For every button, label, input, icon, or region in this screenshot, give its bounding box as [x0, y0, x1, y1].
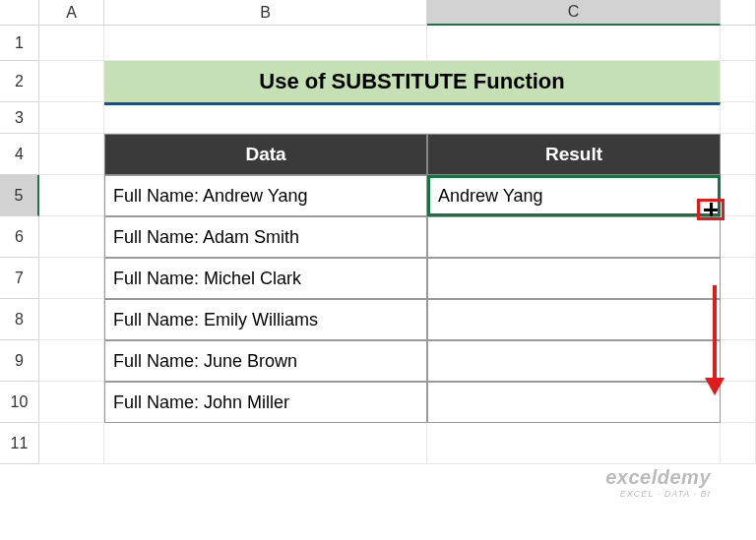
result-row-6[interactable] [427, 382, 721, 423]
cell-ext-8[interactable] [721, 299, 756, 340]
cell-ext-6[interactable] [721, 216, 756, 258]
title-underline [104, 102, 721, 134]
cell-a7[interactable] [39, 258, 104, 299]
row-header-9[interactable]: 9 [0, 340, 39, 382]
cell-ext-4[interactable] [721, 134, 756, 175]
cell-a4[interactable] [39, 134, 104, 175]
table-header-result[interactable]: Result [427, 134, 721, 175]
row-header-3[interactable]: 3 [0, 102, 39, 134]
cell-ext-11[interactable] [721, 423, 756, 464]
row-header-5[interactable]: 5 [0, 175, 39, 216]
row-header-2[interactable]: 2 [0, 61, 39, 102]
cell-c11[interactable] [427, 423, 721, 464]
cell-b1[interactable] [104, 26, 427, 61]
title-cell[interactable]: Use of SUBSTITUTE Function [104, 61, 721, 102]
result-row-2[interactable] [427, 216, 721, 258]
result-row-4[interactable] [427, 299, 721, 340]
data-row-1[interactable]: Full Name: Andrew Yang [104, 175, 427, 216]
cell-ext-9[interactable] [721, 340, 756, 382]
cell-a10[interactable] [39, 382, 104, 423]
cell-a1[interactable] [39, 26, 104, 61]
cell-ext-5[interactable] [721, 175, 756, 216]
cell-a8[interactable] [39, 299, 104, 340]
cell-a11[interactable] [39, 423, 104, 464]
cell-ext-3[interactable] [721, 102, 756, 134]
cell-ext-10[interactable] [721, 382, 756, 423]
watermark-sub: EXCEL · DATA · BI [605, 489, 711, 499]
cell-ext-2[interactable] [721, 61, 756, 102]
data-row-2[interactable]: Full Name: Adam Smith [104, 216, 427, 258]
table-header-data[interactable]: Data [104, 134, 427, 175]
result-value-1: Andrew Yang [438, 186, 542, 207]
watermark-name: exceldemy [605, 466, 711, 489]
row-header-4[interactable]: 4 [0, 134, 39, 175]
fill-handle[interactable] [697, 199, 724, 220]
drag-arrow-icon [705, 285, 724, 395]
cell-b11[interactable] [104, 423, 427, 464]
result-row-5[interactable] [427, 340, 721, 382]
row-header-11[interactable]: 11 [0, 423, 39, 464]
cell-a5[interactable] [39, 175, 104, 216]
result-row-1[interactable]: Andrew Yang [427, 175, 721, 216]
data-row-6[interactable]: Full Name: John Miller [104, 382, 427, 423]
spreadsheet: A B C 1 2 Use of SUBSTITUTE Function 3 4… [0, 0, 756, 464]
data-row-5[interactable]: Full Name: June Brown [104, 340, 427, 382]
select-all-corner[interactable] [0, 0, 39, 26]
cell-c1[interactable] [427, 26, 721, 61]
col-header-b[interactable]: B [104, 0, 427, 26]
cell-ext-7[interactable] [721, 258, 756, 299]
col-header-c[interactable]: C [427, 0, 721, 26]
col-header-a[interactable]: A [39, 0, 104, 26]
data-row-3[interactable]: Full Name: Michel Clark [104, 258, 427, 299]
cell-a9[interactable] [39, 340, 104, 382]
data-row-4[interactable]: Full Name: Emily Williams [104, 299, 427, 340]
result-row-3[interactable] [427, 258, 721, 299]
cell-a3[interactable] [39, 102, 104, 134]
row-header-10[interactable]: 10 [0, 382, 39, 423]
row-header-7[interactable]: 7 [0, 258, 39, 299]
row-header-1[interactable]: 1 [0, 26, 39, 61]
cell-a2[interactable] [39, 61, 104, 102]
row-header-8[interactable]: 8 [0, 299, 39, 340]
col-header-extra[interactable] [721, 0, 756, 26]
cell-ext-1[interactable] [721, 26, 756, 61]
row-header-6[interactable]: 6 [0, 216, 39, 258]
watermark: exceldemy EXCEL · DATA · BI [605, 466, 711, 499]
cell-a6[interactable] [39, 216, 104, 258]
